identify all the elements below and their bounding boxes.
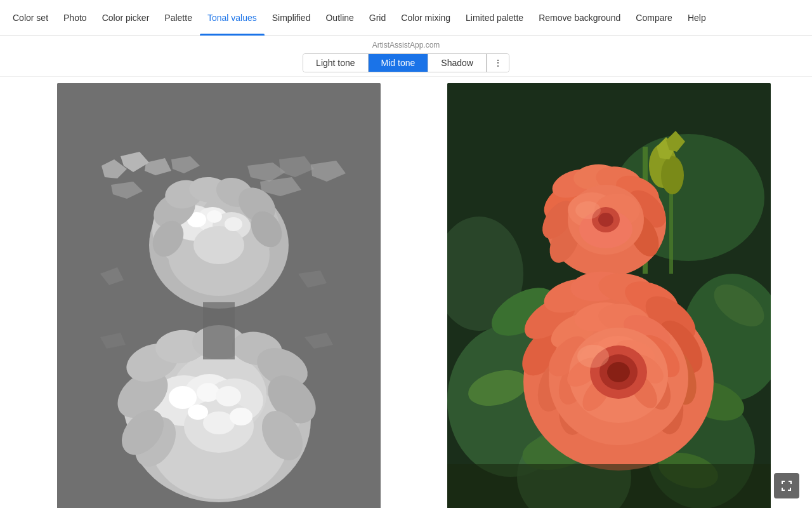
svg-point-37 bbox=[169, 386, 197, 409]
svg-point-41 bbox=[188, 404, 208, 420]
nav-item-simplified[interactable]: Simplified bbox=[265, 0, 318, 36]
svg-point-19 bbox=[207, 210, 222, 223]
svg-point-20 bbox=[225, 217, 242, 231]
panel-right bbox=[406, 77, 812, 508]
tone-btn-mid-tone[interactable]: Mid tone bbox=[369, 54, 429, 72]
panel-left bbox=[0, 77, 406, 508]
app-url: ArtistAssistApp.com bbox=[372, 41, 440, 50]
svg-point-127 bbox=[607, 362, 630, 382]
tonal-image bbox=[57, 83, 381, 508]
nav-item-outline[interactable]: Outline bbox=[318, 0, 361, 36]
nav-item-color-set[interactable]: Color set bbox=[5, 0, 56, 36]
nav-item-help[interactable]: Help bbox=[680, 0, 714, 36]
svg-point-68 bbox=[661, 156, 684, 194]
nav-item-compare[interactable]: Compare bbox=[628, 0, 680, 36]
svg-point-39 bbox=[216, 386, 241, 406]
main-content bbox=[0, 77, 812, 508]
nav-item-limited-palette[interactable]: Limited palette bbox=[458, 0, 531, 36]
photo-svg bbox=[447, 83, 771, 508]
nav-bar: Color setPhotoColor pickerPaletteTonal v… bbox=[0, 0, 812, 36]
svg-point-129 bbox=[575, 201, 601, 219]
sub-header: ArtistAssistApp.com Light toneMid toneSh… bbox=[0, 36, 812, 77]
fullscreen-button[interactable] bbox=[774, 473, 799, 498]
nav-item-photo[interactable]: Photo bbox=[56, 0, 95, 36]
svg-rect-53 bbox=[203, 302, 235, 359]
tonal-svg bbox=[57, 83, 381, 508]
nav-item-grid[interactable]: Grid bbox=[362, 0, 393, 36]
tone-btn-shadow[interactable]: Shadow bbox=[428, 54, 487, 72]
nav-item-color-picker[interactable]: Color picker bbox=[95, 0, 157, 36]
svg-point-94 bbox=[598, 213, 613, 227]
nav-item-palette[interactable]: Palette bbox=[157, 0, 200, 36]
tone-btn-light-tone[interactable]: Light tone bbox=[303, 54, 369, 72]
fullscreen-icon bbox=[780, 479, 793, 492]
svg-rect-130 bbox=[447, 464, 771, 508]
nav-item-tonal-values[interactable]: Tonal values bbox=[200, 0, 265, 36]
svg-point-42 bbox=[230, 408, 252, 425]
svg-point-38 bbox=[197, 383, 219, 402]
svg-point-128 bbox=[577, 345, 609, 368]
photo-image bbox=[447, 83, 771, 508]
svg-point-17 bbox=[193, 226, 244, 264]
nav-item-color-mixing[interactable]: Color mixing bbox=[393, 0, 458, 36]
nav-item-remove-background[interactable]: Remove background bbox=[531, 0, 628, 36]
tone-button-group: Light toneMid toneShadow⋮ bbox=[303, 53, 509, 72]
tone-more-button[interactable]: ⋮ bbox=[487, 54, 509, 72]
